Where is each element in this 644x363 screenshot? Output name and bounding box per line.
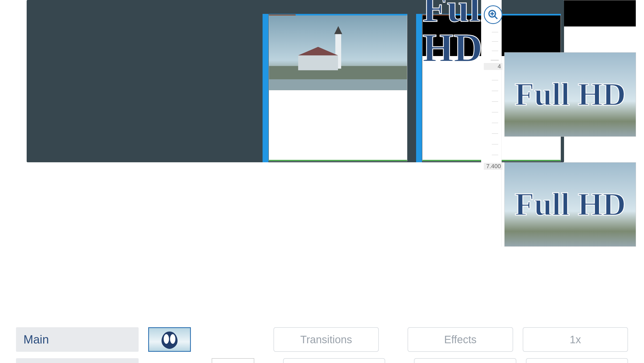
speed-button[interactable]: 1x — [526, 358, 628, 363]
svg-point-11 — [170, 334, 175, 344]
clip-thumbnail — [269, 15, 407, 90]
track-tab-text[interactable]: Text — [16, 358, 139, 363]
ruler-label: 7.400 — [484, 163, 502, 170]
thumb-overlay-text: Full HD — [515, 186, 626, 223]
track-thumbnail-main[interactable] — [148, 327, 191, 352]
side-thumbnail[interactable]: Full HD — [504, 162, 636, 247]
thumb-overlay-text: Full HD — [515, 76, 626, 113]
track-tab-main[interactable]: Main — [16, 327, 139, 352]
effects-button[interactable]: Effects — [414, 358, 516, 363]
effects-button[interactable]: Effects — [408, 327, 513, 352]
transitions-button[interactable]: Transitions — [273, 327, 379, 352]
svg-line-7 — [495, 16, 498, 19]
svg-point-10 — [164, 334, 169, 344]
svg-rect-1 — [269, 79, 407, 90]
svg-marker-3 — [334, 26, 342, 34]
ruler-label: 4 — [484, 63, 502, 70]
side-thumbnail[interactable]: Full HD — [504, 52, 636, 137]
svg-rect-4 — [298, 55, 338, 70]
timeline-ruler[interactable]: 4 7.400 — [481, 0, 502, 247]
track-thumbnail-text[interactable]: Den — [212, 358, 254, 363]
transitions-button[interactable]: Transitions — [283, 358, 385, 363]
svg-marker-5 — [298, 47, 338, 56]
speed-button[interactable]: 1x — [523, 327, 628, 352]
svg-rect-12 — [169, 334, 170, 347]
timeline-clip[interactable] — [269, 14, 407, 161]
zoom-in-icon[interactable] — [484, 5, 502, 24]
